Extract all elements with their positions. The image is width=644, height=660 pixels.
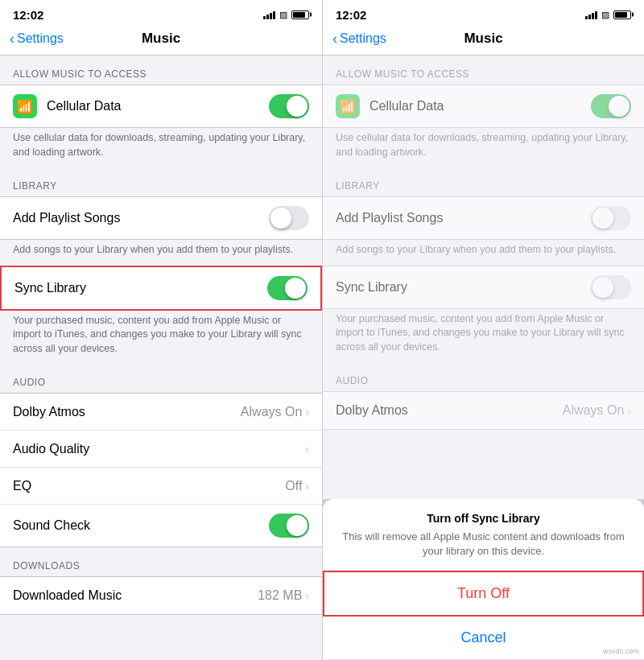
cellular-desc-right: Use cellular data for downloads, streami… bbox=[323, 128, 644, 167]
cellular-desc-left: Use cellular data for downloads, streami… bbox=[0, 128, 322, 167]
audio-quality-row-left[interactable]: Audio Quality › bbox=[0, 431, 322, 468]
right-panel: 12:02 ▨ ‹ Settings Music ALLOW MUSIC TO … bbox=[322, 0, 644, 660]
status-icons-left: ▨ bbox=[263, 10, 309, 20]
status-bar-right: 12:02 ▨ bbox=[323, 0, 644, 26]
library-group-left: Add Playlist Songs bbox=[0, 196, 322, 240]
eq-label-left: EQ bbox=[13, 479, 285, 493]
section-downloads-left: DOWNLOADS bbox=[0, 547, 322, 576]
section-library-left: LIBRARY bbox=[0, 167, 322, 196]
dolby-value-left: Always On bbox=[241, 405, 302, 419]
downloaded-music-row-left[interactable]: Downloaded Music 182 MB › bbox=[0, 577, 322, 614]
signal-icon-right bbox=[585, 10, 597, 19]
sound-check-row-left[interactable]: Sound Check bbox=[0, 505, 322, 547]
eq-row-left[interactable]: EQ Off › bbox=[0, 468, 322, 505]
add-playlist-desc-left: Add songs to your Library when you add t… bbox=[0, 240, 322, 266]
alert-title: Turn off Sync Library bbox=[336, 512, 631, 525]
settings-content-left: ALLOW MUSIC TO ACCESS 📶 Cellular Data Us… bbox=[0, 56, 322, 660]
status-time-left: 12:02 bbox=[13, 8, 43, 22]
nav-title-right: Music bbox=[464, 31, 502, 47]
sound-check-label-left: Sound Check bbox=[13, 518, 269, 533]
nav-title-left: Music bbox=[142, 31, 180, 47]
nav-bar-left: ‹ Settings Music bbox=[0, 26, 322, 56]
sync-library-label-left: Sync Library bbox=[14, 281, 267, 295]
audio-group-left: Dolby Atmos Always On › Audio Quality › … bbox=[0, 393, 322, 547]
add-playlist-toggle-right bbox=[591, 206, 631, 230]
allow-music-group-right: 📶 Cellular Data bbox=[323, 85, 644, 128]
chevron-left-icon: ‹ bbox=[10, 31, 14, 47]
back-button-left[interactable]: ‹ Settings bbox=[10, 31, 64, 47]
audio-quality-chevron-left: › bbox=[305, 443, 309, 456]
downloaded-music-chevron-left: › bbox=[305, 589, 309, 602]
audio-group-right: Dolby Atmos Always On › bbox=[323, 391, 644, 430]
sync-library-row-right: Sync Library bbox=[323, 266, 644, 308]
dolby-label-right: Dolby Atmos bbox=[336, 403, 563, 418]
cellular-data-row-left[interactable]: 📶 Cellular Data bbox=[0, 85, 322, 127]
cellular-data-row-right: 📶 Cellular Data bbox=[323, 85, 644, 127]
section-allow-right: ALLOW MUSIC TO ACCESS bbox=[323, 56, 644, 85]
cellular-label-right: Cellular Data bbox=[369, 99, 591, 113]
sync-library-toggle-left[interactable] bbox=[267, 276, 308, 300]
section-library-right: LIBRARY bbox=[323, 167, 644, 196]
sync-library-group-right: Sync Library bbox=[323, 266, 644, 309]
alert-overlay: Turn off Sync Library This will remove a… bbox=[323, 499, 644, 660]
sync-library-toggle-right bbox=[591, 275, 631, 299]
battery-icon-left bbox=[291, 10, 309, 19]
cancel-button[interactable]: Cancel bbox=[323, 617, 644, 660]
dolby-label-left: Dolby Atmos bbox=[13, 405, 241, 419]
battery-icon-right bbox=[613, 10, 631, 19]
library-group-right: Add Playlist Songs bbox=[323, 196, 644, 240]
eq-chevron-left: › bbox=[305, 480, 309, 493]
sync-library-row-left[interactable]: Sync Library bbox=[2, 267, 320, 309]
watermark: wsxdn.com bbox=[603, 647, 639, 655]
sync-library-desc-right: Your purchased music, content you add fr… bbox=[323, 309, 644, 363]
add-playlist-desc-right: Add songs to your Library when you add t… bbox=[323, 240, 644, 266]
action-sheet: Turn off Sync Library This will remove a… bbox=[323, 499, 644, 660]
sync-library-group-left: Sync Library bbox=[0, 266, 322, 311]
allow-music-group-left: 📶 Cellular Data bbox=[0, 85, 322, 128]
add-playlist-toggle-left[interactable] bbox=[269, 206, 309, 230]
turn-off-button[interactable]: Turn Off bbox=[323, 571, 644, 617]
cellular-icon-left: 📶 bbox=[13, 94, 37, 118]
section-allow-left: ALLOW MUSIC TO ACCESS bbox=[0, 56, 322, 85]
dolby-value-right: Always On bbox=[563, 403, 624, 418]
add-playlist-label-left: Add Playlist Songs bbox=[13, 211, 269, 225]
downloaded-music-value-left: 182 MB bbox=[258, 588, 302, 603]
back-button-right[interactable]: ‹ Settings bbox=[332, 31, 386, 47]
sync-library-desc-left: Your purchased music, content you add fr… bbox=[0, 311, 322, 365]
wifi-icon-right: ▨ bbox=[601, 10, 609, 20]
back-label-right: Settings bbox=[340, 31, 386, 46]
nav-bar-right: ‹ Settings Music bbox=[323, 26, 644, 56]
left-panel: 12:02 ▨ ‹ Settings Music ALLOW MUSIC TO … bbox=[0, 0, 322, 660]
downloads-group-left: Downloaded Music 182 MB › bbox=[0, 576, 322, 615]
alert-message: This will remove all Apple Music content… bbox=[336, 530, 631, 559]
audio-quality-label-left: Audio Quality bbox=[13, 442, 305, 456]
status-icons-right: ▨ bbox=[585, 10, 631, 20]
sync-library-label-right: Sync Library bbox=[336, 280, 591, 295]
sound-check-toggle-left[interactable] bbox=[269, 514, 309, 538]
wifi-icon-left: ▨ bbox=[279, 10, 287, 20]
signal-icon-left bbox=[263, 10, 275, 19]
section-audio-right: AUDIO bbox=[323, 362, 644, 391]
cellular-icon-right: 📶 bbox=[336, 94, 360, 118]
status-bar-left: 12:02 ▨ bbox=[0, 0, 322, 26]
dolby-row-left[interactable]: Dolby Atmos Always On › bbox=[0, 394, 322, 431]
dolby-chevron-right: › bbox=[627, 404, 631, 417]
back-label-left: Settings bbox=[17, 31, 64, 46]
section-audio-left: AUDIO bbox=[0, 364, 322, 393]
dolby-chevron-left: › bbox=[305, 406, 309, 419]
eq-value-left: Off bbox=[285, 479, 302, 493]
chevron-left-icon-right: ‹ bbox=[332, 31, 337, 47]
add-playlist-label-right: Add Playlist Songs bbox=[336, 211, 591, 225]
downloaded-music-label-left: Downloaded Music bbox=[13, 588, 258, 603]
add-playlist-row-right: Add Playlist Songs bbox=[323, 197, 644, 239]
action-sheet-header: Turn off Sync Library This will remove a… bbox=[323, 499, 644, 571]
cellular-label-left: Cellular Data bbox=[47, 99, 269, 113]
status-time-right: 12:02 bbox=[336, 8, 366, 22]
cellular-toggle-left[interactable] bbox=[269, 94, 309, 118]
dolby-row-right: Dolby Atmos Always On › bbox=[323, 392, 644, 429]
add-playlist-row-left[interactable]: Add Playlist Songs bbox=[0, 197, 322, 239]
cellular-toggle-right bbox=[591, 94, 631, 118]
